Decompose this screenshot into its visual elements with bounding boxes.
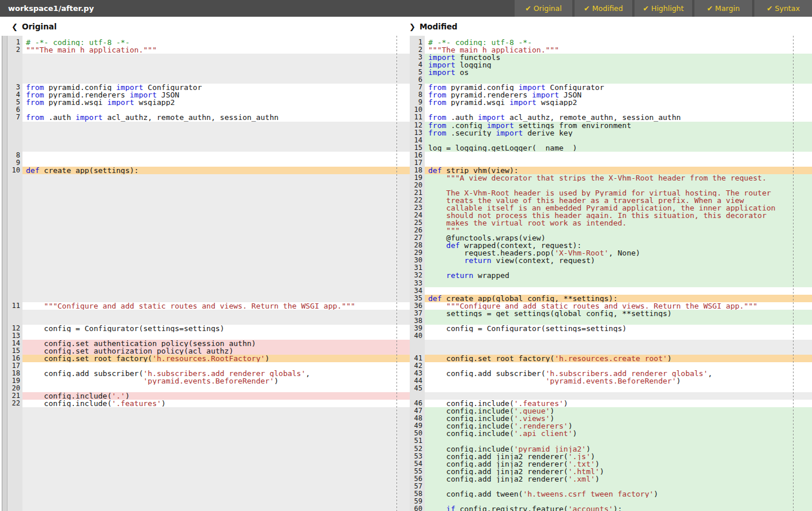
code-line [22, 197, 398, 204]
diff-row: 3import functools [398, 54, 812, 61]
code-token: config.include( [428, 415, 514, 422]
gutter-strip [2, 69, 7, 76]
diff-row: 14 [398, 137, 812, 144]
line-number [7, 287, 22, 295]
code-token [428, 272, 446, 279]
gutter-strip [2, 152, 7, 159]
line-number: 11 [7, 302, 22, 310]
line-number [7, 174, 22, 182]
line-number: 15 [410, 144, 425, 152]
code-token: def [26, 167, 39, 174]
line-number: 13 [410, 129, 425, 137]
line-number [7, 407, 22, 415]
toolbar-button-margin[interactable]: ✔ Margin [694, 0, 752, 17]
toolbar-button-original[interactable]: ✔ Original [515, 0, 572, 17]
change-marker [398, 325, 410, 332]
line-number [7, 310, 22, 317]
code-line [425, 264, 812, 272]
gutter-strip [2, 272, 7, 279]
diff-row: 21 The X-Vhm-Root header is used by Pyra… [398, 189, 812, 197]
modified-pane[interactable]: 1# -*- coding: utf-8 -*-2"""The main h a… [398, 36, 812, 511]
code-token: import [130, 91, 157, 99]
code-token: """The main h application.""" [26, 46, 157, 54]
code-token: from [428, 91, 446, 99]
code-token: import [496, 129, 523, 137]
diff-row: 9from pyramid.wsgi import wsgiapp2 [398, 99, 812, 106]
diff-row [0, 317, 398, 325]
diff-row: 60 if config.registry.feature('accounts'… [398, 505, 812, 511]
code-line: config = Configurator(settings=settings) [425, 325, 812, 332]
diff-row: 6 [0, 106, 398, 114]
code-token: pyramid.config [44, 84, 116, 91]
pane-header-original-label: Original [22, 22, 56, 31]
line-number [7, 468, 22, 475]
change-marker [398, 257, 410, 264]
code-line: log = logging.getLogger(__name__) [425, 144, 812, 152]
line-number: 4 [410, 61, 425, 69]
diff-row [398, 347, 812, 355]
diff-row: 24 should not process this header again.… [398, 212, 812, 219]
diff-row: 49 config.include('.renderers') [398, 422, 812, 430]
gutter-strip [2, 91, 7, 99]
code-line: return view(context, request) [425, 257, 812, 264]
gutter-strip [2, 137, 7, 144]
code-line [22, 249, 398, 257]
code-line [22, 475, 398, 483]
code-line [22, 272, 398, 279]
gutter-strip [2, 159, 7, 167]
change-marker [398, 370, 410, 377]
code-line: from pyramid.renderers import JSON [22, 91, 398, 99]
diff-row: 18def strip_vhm(view): [398, 167, 812, 174]
line-number: 9 [7, 159, 22, 167]
diff-row [0, 227, 398, 234]
code-line [425, 106, 812, 114]
code-token: Configurator [143, 84, 202, 91]
change-marker [398, 114, 410, 121]
code-token: import [532, 91, 559, 99]
code-line: """The main h application.""" [425, 46, 812, 54]
code-line [22, 234, 398, 242]
line-number: 8 [410, 91, 425, 99]
code-token [26, 377, 143, 385]
change-marker [398, 144, 410, 152]
line-number: 38 [410, 317, 425, 325]
diff-row [0, 407, 398, 415]
toolbar-button-modified[interactable]: ✔ Modified [575, 0, 632, 17]
code-token: callable itself is an embedded Pyramid a… [428, 204, 776, 212]
code-token: from [428, 99, 446, 106]
gutter-strip [2, 106, 7, 114]
line-number: 12 [410, 122, 425, 129]
change-marker [398, 362, 410, 370]
code-token: 'pyramid_jinja2' [514, 445, 586, 453]
change-marker [398, 332, 410, 340]
toolbar-button-highlight[interactable]: ✔ Highlight [635, 0, 692, 17]
code-token: 'h.subscribers.add_renderer_globals' [546, 370, 708, 377]
gutter-strip [2, 453, 7, 460]
code-token: return [446, 272, 473, 279]
code-line: from pyramid.wsgi import wsgiapp2 [425, 99, 812, 106]
code-token [428, 257, 464, 264]
change-marker [398, 392, 410, 400]
code-line [22, 219, 398, 227]
line-number: 33 [410, 280, 425, 287]
toolbar-button-syntax[interactable]: ✔ Syntax [754, 0, 812, 17]
gutter-strip [2, 347, 7, 355]
original-pane[interactable]: 1# -*- coding: utf-8 -*-2"""The main h a… [0, 36, 398, 511]
diff-row: 7from pyramid.config import Configurator [398, 84, 812, 91]
code-token: treats the value of this header as a tra… [428, 197, 744, 204]
line-number [7, 219, 22, 227]
gutter-strip [2, 377, 7, 385]
title-bar: workspace1/after.py ✔ Original✔ Modified… [0, 0, 812, 17]
code-token: if [446, 505, 455, 511]
line-number: 35 [410, 295, 425, 302]
code-token: pyramid.renderers [446, 91, 532, 99]
code-token: acl_authz, remote_authn, session_authn [505, 114, 681, 121]
change-marker [398, 407, 410, 415]
diff-row [0, 445, 398, 453]
diff-row: 20 [398, 182, 812, 189]
change-marker [398, 400, 410, 407]
diff-row [0, 415, 398, 422]
code-token: JSON [157, 91, 179, 99]
line-number: 51 [410, 437, 425, 445]
gutter-strip [2, 505, 7, 511]
